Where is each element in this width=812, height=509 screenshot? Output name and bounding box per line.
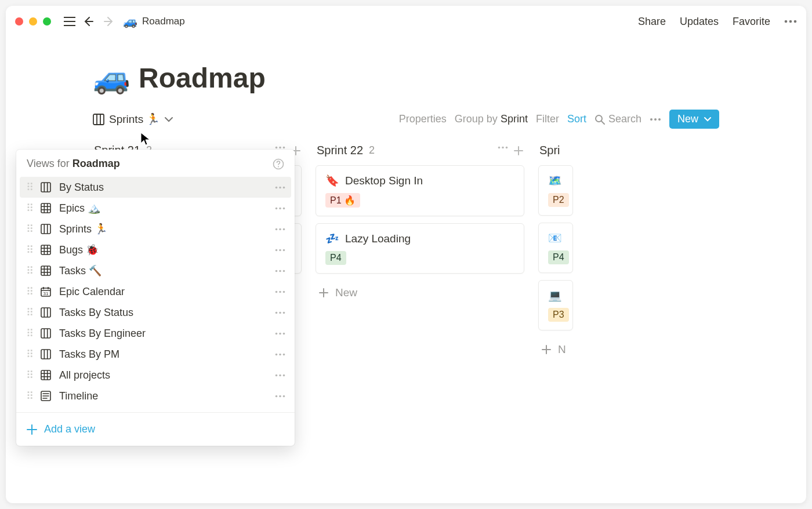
view-option-more-button[interactable]	[275, 290, 285, 293]
drag-handle-icon[interactable]: ⠿	[26, 348, 34, 361]
drag-handle-icon[interactable]: ⠿	[26, 264, 34, 277]
board-card[interactable]: 💤Lazy LoadingP4	[316, 223, 524, 274]
chevron-down-icon	[165, 117, 173, 122]
view-option[interactable]: ⠿Tasks By Engineer	[20, 323, 291, 344]
drag-handle-icon[interactable]: ⠿	[26, 181, 34, 194]
page-more-button[interactable]	[784, 20, 797, 23]
plus-icon	[27, 424, 37, 435]
svg-point-25	[276, 228, 278, 230]
view-option[interactable]: ⠿31Epic Calendar	[20, 281, 291, 302]
card-emoji: 💻	[548, 289, 562, 302]
chevron-down-icon	[704, 117, 711, 122]
svg-point-21	[276, 207, 278, 209]
drag-handle-icon[interactable]: ⠿	[26, 390, 34, 402]
view-switcher[interactable]: Sprints 🏃	[93, 112, 173, 126]
nav-forward-button[interactable]	[100, 12, 118, 31]
svg-rect-53	[41, 370, 50, 380]
view-option-label: By Status	[59, 181, 104, 194]
hamburger-icon	[64, 17, 75, 26]
svg-text:31: 31	[44, 291, 49, 296]
more-horizontal-icon	[275, 270, 285, 272]
more-horizontal-icon	[275, 290, 285, 293]
view-option-more-button[interactable]	[275, 374, 285, 377]
view-option[interactable]: ⠿By Status	[20, 177, 291, 198]
properties-button[interactable]: Properties	[399, 113, 447, 125]
board-card[interactable]: 📧P4	[538, 223, 573, 273]
svg-point-19	[283, 186, 285, 188]
plus-icon	[542, 345, 551, 354]
view-option[interactable]: ⠿Bugs 🐞	[20, 239, 291, 260]
view-option[interactable]: ⠿Epics 🏔️	[20, 198, 291, 219]
more-horizontal-icon	[275, 311, 285, 314]
column-more-button[interactable]	[498, 146, 508, 155]
views-list: ⠿By Status⠿Epics 🏔️⠿Sprints 🏃⠿Bugs 🐞⠿Tas…	[16, 176, 295, 408]
page-emoji[interactable]: 🚙	[93, 60, 130, 96]
filter-button[interactable]: Filter	[536, 113, 559, 125]
view-option-more-button[interactable]	[275, 207, 285, 210]
view-option-more-button[interactable]	[275, 332, 285, 335]
close-window-button[interactable]	[15, 17, 23, 26]
column-title[interactable]: Sprint 22	[317, 144, 363, 157]
add-card-button[interactable]: N	[538, 337, 573, 362]
svg-point-47	[279, 332, 281, 335]
view-option[interactable]: ⠿Sprints 🏃	[20, 219, 291, 239]
svg-point-40	[283, 290, 285, 293]
view-option-more-button[interactable]	[275, 353, 285, 356]
hamburger-menu-button[interactable]	[60, 12, 79, 31]
add-card-label: N	[558, 343, 566, 356]
favorite-button[interactable]: Favorite	[733, 16, 770, 28]
view-option[interactable]: ⠿Tasks By PM	[20, 344, 291, 365]
svg-point-7	[658, 118, 661, 121]
sort-button[interactable]: Sort	[567, 113, 586, 125]
view-option[interactable]: ⠿Tasks 🔨	[20, 260, 291, 281]
breadcrumb[interactable]: 🚙 Roadmap	[123, 14, 185, 28]
views-help-button[interactable]	[273, 158, 284, 170]
app-window: 🚙 Roadmap Share Updates Favorite 🚙 Roadm…	[6, 6, 806, 503]
plus-icon	[319, 288, 328, 297]
board-card[interactable]: 🗺️P2	[538, 165, 573, 216]
view-option-more-button[interactable]	[275, 228, 285, 231]
svg-point-13	[506, 146, 508, 148]
minimize-window-button[interactable]	[29, 17, 37, 26]
group-by-button[interactable]: Group by Sprint	[455, 113, 528, 125]
view-option[interactable]: ⠿Timeline	[20, 386, 291, 406]
drag-handle-icon[interactable]: ⠿	[26, 285, 34, 298]
drag-handle-icon[interactable]: ⠿	[26, 369, 34, 381]
svg-point-56	[283, 374, 285, 376]
search-button[interactable]: Search	[594, 113, 641, 125]
views-popover-title: Roadmap	[72, 158, 120, 169]
svg-point-29	[276, 249, 278, 251]
board-card[interactable]: 💻P3	[538, 280, 573, 330]
share-button[interactable]: Share	[638, 16, 666, 28]
drag-handle-icon[interactable]: ⠿	[26, 223, 34, 235]
new-button[interactable]: New	[669, 110, 719, 129]
drag-handle-icon[interactable]: ⠿	[26, 327, 34, 340]
view-option-more-button[interactable]	[275, 311, 285, 314]
add-card-button[interactable]: New	[316, 281, 524, 305]
view-option-more-button[interactable]	[275, 395, 285, 398]
more-horizontal-icon	[275, 146, 285, 149]
add-view-button[interactable]: Add a view	[16, 417, 295, 443]
drag-handle-icon[interactable]: ⠿	[26, 202, 34, 214]
toolbar-more-button[interactable]	[650, 118, 661, 121]
priority-tag: P3	[548, 308, 569, 322]
updates-button[interactable]: Updates	[680, 16, 719, 28]
svg-rect-20	[41, 203, 50, 213]
column-add-button[interactable]	[514, 146, 523, 155]
view-option[interactable]: ⠿Tasks By Status	[20, 302, 291, 323]
drag-handle-icon[interactable]: ⠿	[26, 243, 34, 256]
view-option-more-button[interactable]	[275, 270, 285, 272]
view-option[interactable]: ⠿All projects	[20, 365, 291, 386]
board-card[interactable]: 🔖Desktop Sign InP1 🔥	[316, 165, 524, 216]
svg-point-26	[279, 228, 281, 230]
view-option-more-button[interactable]	[275, 186, 285, 189]
drag-handle-icon[interactable]: ⠿	[26, 306, 34, 319]
maximize-window-button[interactable]	[43, 17, 51, 26]
more-horizontal-icon	[275, 249, 285, 252]
page-title[interactable]: Roadmap	[139, 62, 266, 94]
column-title[interactable]: Spri	[539, 144, 560, 157]
card-emoji: 🗺️	[548, 174, 562, 187]
svg-point-0	[785, 20, 788, 23]
nav-back-button[interactable]	[79, 12, 97, 31]
view-option-more-button[interactable]	[275, 249, 285, 252]
